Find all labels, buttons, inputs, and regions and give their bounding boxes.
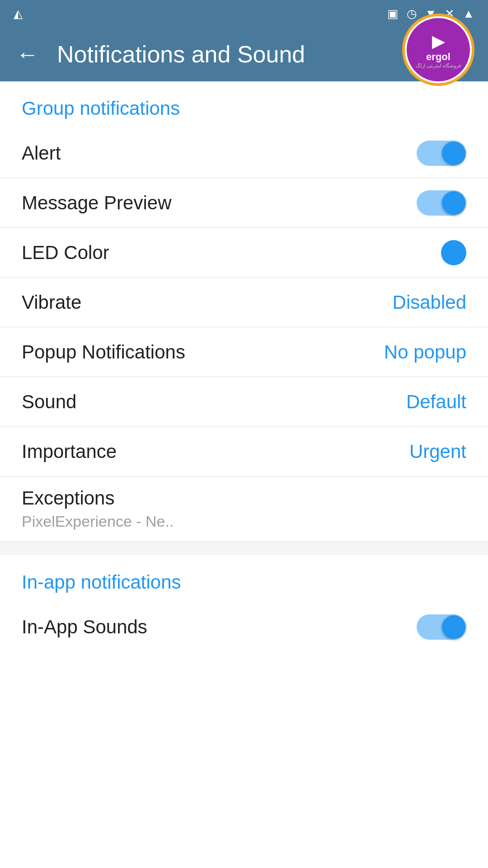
back-button[interactable]: ← <box>16 43 39 66</box>
importance-row[interactable]: Importance Urgent <box>0 427 488 476</box>
vibrate-label: Vibrate <box>22 292 81 313</box>
group-notifications-header: Group notifications <box>0 81 488 128</box>
exceptions-row[interactable]: Exceptions PixelExperience - Ne.. <box>0 476 488 542</box>
vibrate-icon: ▣ <box>387 7 399 21</box>
app-header: ← Notifications and Sound ▶ ergol فروشگا… <box>0 27 488 81</box>
importance-label: Importance <box>22 441 117 462</box>
message-preview-toggle-knob <box>442 191 465 215</box>
led-color-indicator[interactable] <box>441 240 466 265</box>
inapp-sounds-toggle-knob <box>442 615 465 639</box>
popup-notifications-label: Popup Notifications <box>22 341 185 363</box>
inapp-notifications-title: In-app notifications <box>22 571 181 593</box>
brand-subtext: فروشگاه اینترنتی ارلگ <box>416 63 461 69</box>
message-preview-row[interactable]: Message Preview <box>0 178 488 228</box>
led-color-row[interactable]: LED Color <box>0 228 488 278</box>
led-color-label: LED Color <box>22 242 109 264</box>
section-separator <box>0 542 488 555</box>
settings-content: Group notifications Alert Message Previe… <box>0 81 488 652</box>
group-notifications-title: Group notifications <box>22 98 180 119</box>
popup-notifications-value: No popup <box>384 341 466 363</box>
alarm-icon: ◷ <box>407 7 417 21</box>
cursor-icon: ▶ <box>432 31 445 51</box>
status-bar-left: ◭ <box>14 7 23 21</box>
exceptions-label-stack: Exceptions PixelExperience - Ne.. <box>22 487 174 530</box>
inapp-sounds-label: In-App Sounds <box>22 616 147 638</box>
inapp-sounds-toggle[interactable] <box>417 614 466 640</box>
message-preview-label: Message Preview <box>22 192 171 214</box>
alert-row[interactable]: Alert <box>0 128 488 178</box>
importance-value: Urgent <box>409 441 466 462</box>
location-icon: ◭ <box>14 7 23 21</box>
inapp-notifications-header: In-app notifications <box>0 555 488 602</box>
sound-label: Sound <box>22 391 76 413</box>
inapp-sounds-row[interactable]: In-App Sounds <box>0 602 488 652</box>
sound-row[interactable]: Sound Default <box>0 377 488 427</box>
ergol-inner: ▶ ergol فروشگاه اینترنتی ارلگ <box>407 18 470 81</box>
sound-value: Default <box>406 391 466 413</box>
alert-label: Alert <box>22 142 61 164</box>
vibrate-value: Disabled <box>393 292 466 313</box>
exceptions-sublabel: PixelExperience - Ne.. <box>22 513 174 530</box>
alert-toggle[interactable] <box>417 141 466 166</box>
message-preview-toggle[interactable] <box>417 190 466 216</box>
popup-notifications-row[interactable]: Popup Notifications No popup <box>0 327 488 377</box>
ergol-logo: ▶ ergol فروشگاه اینترنتی ارلگ <box>402 14 474 86</box>
alert-toggle-knob <box>442 142 465 165</box>
exceptions-label: Exceptions <box>22 487 174 509</box>
signal-icon: ▲ <box>463 7 474 21</box>
vibrate-row[interactable]: Vibrate Disabled <box>0 278 488 327</box>
inapp-notifications-section: In-app notifications In-App Sounds <box>0 555 488 652</box>
brand-name: ergol <box>426 51 450 63</box>
